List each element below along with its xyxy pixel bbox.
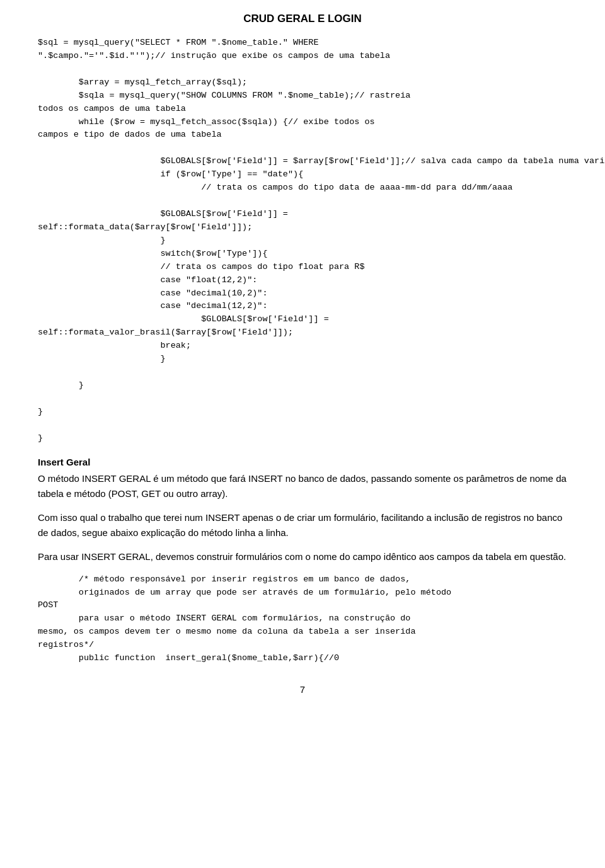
page-number: 7 [38, 684, 567, 695]
insert-geral-section: Insert Geral O método INSERT GERAL é um … [38, 457, 567, 564]
code-block-1: $sql = mysql_query("SELECT * FROM ".$nom… [38, 37, 567, 445]
page-title: CRUD GERAL E LOGIN [38, 13, 567, 25]
insert-geral-paragraph-2: Com isso qual o trabalho que terei num I… [38, 510, 567, 540]
insert-geral-paragraph-1: O método INSERT GERAL é um método que fa… [38, 471, 567, 501]
insert-geral-paragraph-3: Para usar INSERT GERAL, devemos construi… [38, 549, 567, 564]
code-block-2: /* método responsável por inserir regist… [38, 573, 567, 665]
insert-geral-heading: Insert Geral [38, 457, 567, 467]
